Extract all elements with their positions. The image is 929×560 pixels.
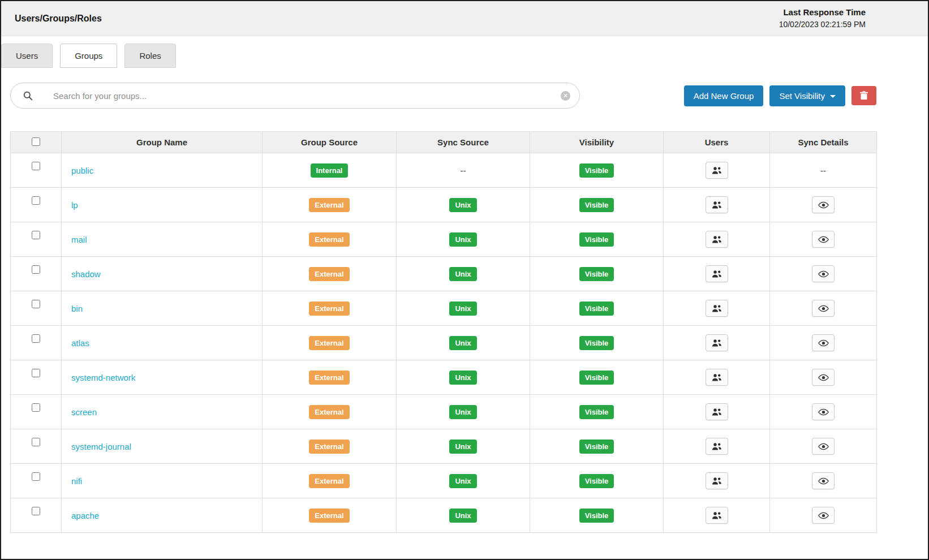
- delete-button[interactable]: [851, 86, 876, 105]
- users-cell: [664, 257, 770, 291]
- sync-details-button[interactable]: [812, 403, 835, 420]
- visible-badge: Visible: [579, 371, 614, 385]
- group-name-cell: lp: [62, 188, 263, 222]
- group-name-cell: mail: [62, 222, 263, 257]
- sync-details-button[interactable]: [812, 507, 835, 524]
- sync-details-button[interactable]: [812, 300, 835, 317]
- table-row: publicInternal--Visible--: [11, 153, 877, 188]
- sync-details-cell: [770, 291, 877, 326]
- sync-details-cell: [770, 464, 877, 498]
- external-badge: External: [309, 440, 349, 454]
- external-badge: External: [309, 405, 349, 419]
- row-checkbox[interactable]: [32, 265, 40, 274]
- group-name-link[interactable]: systemd-network: [71, 373, 135, 382]
- sync-source-cell: --: [397, 153, 530, 188]
- tab-users[interactable]: Users: [1, 44, 53, 68]
- visibility-cell: Visible: [530, 222, 664, 257]
- sync-source-cell: Unix: [397, 222, 530, 257]
- tab-bar: UsersGroupsRoles: [1, 44, 928, 68]
- group-name-link[interactable]: nifi: [71, 476, 82, 486]
- sync-details-button[interactable]: [812, 231, 835, 248]
- users-button[interactable]: [706, 265, 728, 282]
- users-button[interactable]: [706, 507, 728, 524]
- tab-groups[interactable]: Groups: [60, 44, 117, 68]
- table-row: nifiExternalUnixVisible: [11, 464, 877, 498]
- row-checkbox[interactable]: [32, 162, 40, 170]
- select-all-checkbox[interactable]: [32, 137, 40, 146]
- users-icon: [711, 373, 722, 382]
- add-new-group-button[interactable]: Add New Group: [684, 85, 764, 106]
- sync-details-cell: [770, 222, 877, 257]
- sync-details-button[interactable]: [812, 334, 835, 351]
- row-checkbox[interactable]: [32, 300, 40, 308]
- row-checkbox[interactable]: [32, 472, 40, 481]
- row-checkbox[interactable]: [32, 403, 40, 412]
- group-source-cell: External: [263, 429, 397, 464]
- unix-badge: Unix: [449, 474, 476, 488]
- tab-roles[interactable]: Roles: [124, 44, 175, 68]
- group-name-link[interactable]: screen: [71, 407, 97, 417]
- row-checkbox[interactable]: [32, 438, 40, 446]
- group-name-link[interactable]: shadow: [71, 269, 101, 279]
- group-name-link[interactable]: lp: [71, 200, 78, 210]
- trash-icon: [860, 91, 868, 100]
- table-row: mailExternalUnixVisible: [11, 222, 877, 257]
- group-name-link[interactable]: mail: [71, 235, 87, 244]
- users-icon: [711, 201, 722, 209]
- visible-badge: Visible: [579, 198, 614, 212]
- column-header-users: Users: [664, 132, 770, 153]
- users-button[interactable]: [706, 472, 728, 489]
- sync-details-button[interactable]: [812, 265, 835, 282]
- users-button[interactable]: [706, 334, 728, 351]
- visible-badge: Visible: [579, 474, 614, 488]
- sync-source-cell: Unix: [397, 395, 530, 429]
- sync-details-cell: [770, 360, 877, 395]
- sync-source-cell: Unix: [397, 464, 530, 498]
- group-source-cell: External: [263, 395, 397, 429]
- external-badge: External: [309, 509, 349, 523]
- row-checkbox-cell: [11, 291, 62, 326]
- sync-details-button[interactable]: [812, 438, 835, 455]
- users-button[interactable]: [706, 403, 728, 420]
- sync-details-button[interactable]: [812, 369, 835, 386]
- search-box[interactable]: ✕: [10, 83, 580, 109]
- row-checkbox[interactable]: [32, 507, 40, 515]
- toolbar-buttons: Add New Group Set Visibility: [684, 85, 876, 106]
- row-checkbox-cell: [11, 429, 62, 464]
- row-checkbox[interactable]: [32, 369, 40, 377]
- group-name-link[interactable]: bin: [71, 304, 83, 313]
- group-source-cell: External: [263, 498, 397, 533]
- search-icon: [23, 91, 33, 101]
- users-button[interactable]: [706, 369, 728, 386]
- sync-details-button[interactable]: [812, 196, 835, 213]
- sync-details-cell: [770, 188, 877, 222]
- group-name-link[interactable]: apache: [71, 511, 99, 520]
- set-visibility-label: Set Visibility: [779, 91, 825, 101]
- search-input[interactable]: [53, 91, 561, 101]
- users-button[interactable]: [706, 300, 728, 317]
- page: Users/Groups/Roles Last Response Time 10…: [0, 0, 929, 560]
- group-name-link[interactable]: systemd-journal: [71, 442, 131, 451]
- group-name-link[interactable]: public: [71, 166, 93, 175]
- group-source-cell: External: [263, 222, 397, 257]
- group-name-link[interactable]: atlas: [71, 338, 89, 348]
- sync-details-cell: [770, 395, 877, 429]
- group-name-cell: systemd-journal: [62, 429, 263, 464]
- set-visibility-button[interactable]: Set Visibility: [769, 85, 845, 106]
- clear-search-icon[interactable]: ✕: [561, 91, 570, 101]
- sync-details-button[interactable]: [812, 472, 835, 489]
- users-button[interactable]: [706, 231, 728, 248]
- users-cell: [664, 153, 770, 188]
- row-checkbox[interactable]: [32, 231, 40, 239]
- users-button[interactable]: [706, 196, 728, 213]
- row-checkbox[interactable]: [32, 334, 40, 343]
- groups-table: Group NameGroup SourceSync SourceVisibil…: [10, 131, 877, 533]
- row-checkbox[interactable]: [32, 196, 40, 205]
- sync-details-cell: [770, 429, 877, 464]
- row-checkbox-cell: [11, 326, 62, 360]
- users-icon: [711, 166, 722, 175]
- users-button[interactable]: [706, 162, 728, 179]
- users-cell: [664, 429, 770, 464]
- row-checkbox-cell: [11, 257, 62, 291]
- users-button[interactable]: [706, 438, 728, 455]
